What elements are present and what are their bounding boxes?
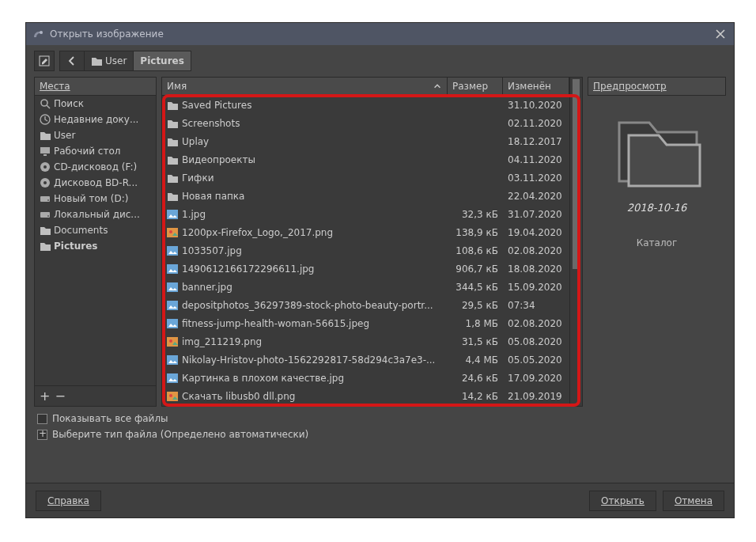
folder-icon [40,130,51,141]
folder-icon [167,118,178,129]
places-footer: + − [35,385,156,406]
file-size: 31,5 кБ [448,336,503,347]
expander-icon [37,430,47,440]
places-item[interactable]: Documents [35,222,156,238]
folder-icon [167,172,178,184]
cancel-button[interactable]: Отмена [663,491,724,511]
file-row[interactable]: Новая папка 22.04.2020 [162,187,569,205]
places-item-label: Pictures [54,241,98,252]
dialog-window: Открыть изображение User Pictures Места [25,22,735,518]
image-icon [167,263,178,275]
file-name: 1.jpg [182,209,206,220]
file-modified: 19.04.2020 [503,227,569,238]
places-item[interactable]: CD-дисковод (F:) [35,159,156,175]
file-row[interactable]: Видеопроекты 04.11.2020 [162,150,569,169]
file-row[interactable]: 1200px-Firefox_Logo,_2017.png 138,9 кБ 1… [162,223,569,241]
cd-icon [40,161,51,172]
places-item-label: Поиск [54,98,84,109]
places-header[interactable]: Места [35,78,156,96]
file-panel: Имя Размер Изменён Saved Pictures 31.10.… [161,77,583,407]
file-row[interactable]: depositphotos_36297389-stock-photo-beaut… [162,296,569,314]
open-button[interactable]: Открыть [589,491,656,511]
scrollbar[interactable] [569,78,582,406]
places-item[interactable]: Недавние доку... [35,112,156,127]
file-name: Новая папка [182,191,244,202]
cd-icon [40,177,51,188]
places-item-label: Недавние доку... [54,114,138,125]
file-row[interactable]: Скачать libusb0 dll.png 14,2 кБ 21.09.20… [162,387,569,405]
places-panel: Места ПоискНедавние доку...UserРабочий с… [34,77,157,407]
breadcrumb-pictures[interactable]: Pictures [134,51,191,70]
scrollbar-thumb[interactable] [573,79,580,269]
header-name[interactable]: Имя [162,78,448,95]
places-item-label: Дисковод BD-R... [54,177,138,188]
file-modified: 02.11.2020 [503,118,569,129]
breadcrumb-user-label: User [105,55,127,66]
hdd-icon [40,209,51,220]
file-name: Картинка в плохом качестве.jpg [182,373,344,384]
file-row[interactable]: Картинка в плохом качестве.jpg 24,6 кБ 1… [162,369,569,387]
file-modified: 17.09.2020 [503,373,569,384]
file-row[interactable]: Гифки 03.11.2020 [162,169,569,187]
file-modified: 05.08.2020 [503,336,569,347]
preview-panel: Предпросмотр 2018-10-16 Каталог [588,77,726,407]
close-button[interactable] [713,27,728,41]
file-size: 24,6 кБ [448,373,503,384]
desktop-icon [40,146,51,157]
file-row[interactable]: Uplay 18.12.2017 [162,132,569,150]
options: Показывать все файлы Выберите тип файла … [26,407,734,443]
places-item[interactable]: Локальный дис... [35,207,156,222]
places-list: ПоискНедавние доку...UserРабочий столCD-… [35,96,156,385]
places-item-label: Рабочий стол [54,146,120,157]
file-row[interactable]: Saved Pictures 31.10.2020 [162,96,569,114]
places-item-label: CD-дисковод (F:) [54,161,137,172]
breadcrumb-pictures-label: Pictures [140,55,184,66]
recent-icon [40,114,51,125]
file-row[interactable]: Nikolay-Hristov-photo-1562292817-58d294c… [162,351,569,369]
file-size: 32,3 кБ [448,209,503,220]
image-c-icon [167,227,178,238]
help-button[interactable]: Справка [36,491,101,511]
file-size: 29,5 кБ [448,300,503,311]
file-name: depositphotos_36297389-stock-photo-beaut… [182,300,433,311]
places-remove-button[interactable]: − [55,391,65,402]
show-all-checkbox[interactable]: Показывать все файлы [37,413,723,424]
window-title: Открыть изображение [50,28,164,40]
breadcrumb-back[interactable] [60,51,85,70]
header-size[interactable]: Размер [448,78,503,95]
header-modified[interactable]: Изменён [503,78,569,95]
places-item[interactable]: Новый том (D:) [35,191,156,207]
file-row[interactable]: img_211219.png 31,5 кБ 05.08.2020 [162,332,569,351]
places-item[interactable]: Дисковод BD-R... [35,175,156,191]
file-name: Saved Pictures [182,100,251,111]
edit-path-button[interactable] [34,51,55,71]
close-icon [715,28,726,40]
file-row[interactable]: Screenshots 02.11.2020 [162,114,569,132]
file-size: 138,9 кБ [448,227,503,238]
file-row[interactable]: 1490612166172296611.jpg 906,7 кБ 18.08.2… [162,260,569,278]
folder-icon [167,191,178,202]
hdd-icon [40,193,51,204]
file-name: Nikolay-Hristov-photo-1562292817-58d294c… [182,354,435,366]
places-item[interactable]: Рабочий стол [35,143,156,159]
folder-icon [167,154,178,165]
places-item[interactable]: User [35,127,156,143]
file-type-label: Выберите тип файла (Определено автоматич… [52,429,308,440]
file-row[interactable]: 1033507.jpg 108,6 кБ 02.08.2020 [162,241,569,260]
breadcrumb: User Pictures [59,51,191,71]
places-item[interactable]: Поиск [35,96,156,112]
file-size: 108,6 кБ [448,245,503,256]
file-name: banner.jpg [182,282,232,293]
file-row[interactable]: banner.jpg 344,5 кБ 15.09.2020 [162,278,569,296]
breadcrumb-user[interactable]: User [85,51,134,70]
places-item[interactable]: Pictures [35,238,156,254]
file-modified: 18.12.2017 [503,136,569,147]
search-icon [40,98,51,109]
file-modified: 18.08.2020 [503,263,569,275]
places-add-button[interactable]: + [40,391,50,402]
file-row[interactable]: 1.jpg 32,3 кБ 31.07.2020 [162,205,569,223]
file-row[interactable]: fitness-jump-health-woman-56615.jpeg 1,8… [162,314,569,332]
file-name: 1200px-Firefox_Logo,_2017.png [182,227,333,238]
file-modified: 21.09.2019 [503,391,569,402]
file-type-expander[interactable]: Выберите тип файла (Определено автоматич… [37,429,723,440]
